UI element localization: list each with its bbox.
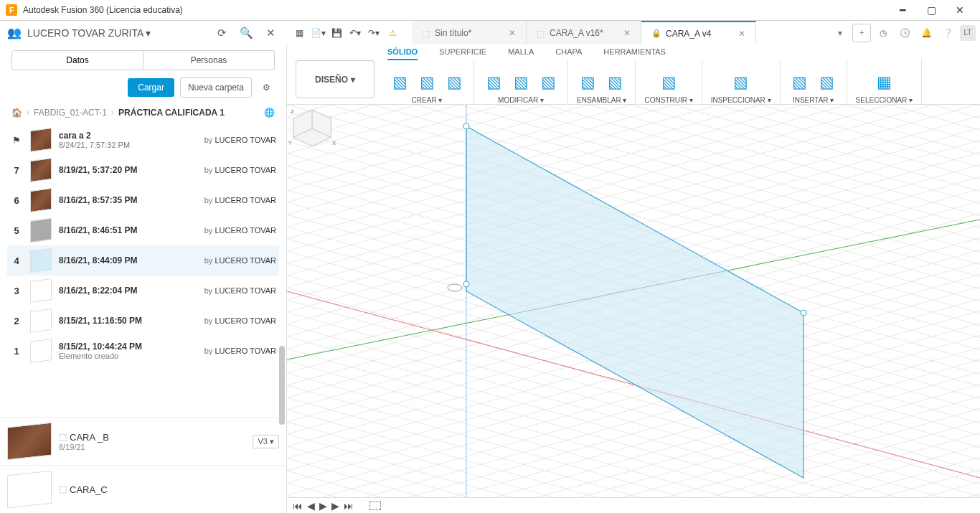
timeline-play-button[interactable]: ▶: [319, 500, 327, 512]
ribbon-command-icon[interactable]: ▧: [416, 72, 438, 93]
help-icon[interactable]: ❔: [938, 24, 957, 42]
ribbon-tab[interactable]: SÓLIDO: [387, 44, 418, 60]
version-item[interactable]: ⚑cara a 28/24/21, 7:57:32 PMby LUCERO TO…: [7, 125, 279, 155]
data-panel: Datos Personas Cargar Nueva carpeta ⚙ 🏠 …: [0, 44, 287, 513]
ribbon-group-label[interactable]: CREAR ▾: [412, 96, 443, 104]
window-titlebar: F Autodesk Fusion 360 (Licencia educativ…: [0, 0, 980, 20]
ribbon-command-icon[interactable]: ▦: [873, 72, 895, 93]
web-link-icon[interactable]: 🌐: [264, 108, 275, 118]
version-author: by LUCERO TOVAR: [204, 226, 276, 235]
breadcrumb-item[interactable]: FABDIG_01-ACT-1: [34, 108, 107, 118]
notifications-icon[interactable]: 🔔: [917, 24, 936, 42]
scrollbar-thumb[interactable]: [279, 346, 285, 425]
version-item[interactable]: 78/19/21, 5:37:20 PMby LUCERO TOVAR: [7, 155, 279, 185]
close-tab-icon[interactable]: ✕: [623, 28, 631, 38]
ribbon-tab[interactable]: SUPERFICIE: [439, 44, 486, 60]
ribbon-tab[interactable]: CHAPA: [555, 44, 582, 60]
ribbon-group-label[interactable]: INSERTAR ▾: [793, 96, 834, 104]
file-menu-button[interactable]: 📄▾: [310, 25, 326, 41]
version-item[interactable]: 18/15/21, 10:44:24 PMElemento creadoby L…: [7, 336, 279, 366]
new-tab-button[interactable]: ＋: [852, 24, 871, 42]
job-status-icon[interactable]: 🕓: [895, 24, 914, 42]
ribbon-command-icon[interactable]: ▧: [443, 72, 465, 93]
save-button[interactable]: 💾: [329, 25, 344, 41]
version-item[interactable]: 58/16/21, 8:46:51 PMby LUCERO TOVAR: [7, 215, 279, 245]
ribbon-command-icon[interactable]: ▧: [658, 72, 679, 93]
ribbon-group-label[interactable]: SELECCIONAR ▾: [856, 96, 913, 104]
tab-overflow-button[interactable]: ▾: [831, 24, 849, 42]
ribbon-tab[interactable]: HERRAMIENTAS: [603, 44, 666, 60]
app-logo-icon: F: [6, 4, 17, 16]
workspace-switcher[interactable]: DISEÑO ▾: [296, 60, 374, 98]
close-tab-icon[interactable]: ✕: [738, 29, 745, 39]
refresh-button[interactable]: ⟳: [212, 24, 231, 42]
version-thumbnail: [30, 278, 52, 303]
asset-name: ⬚CARA _B: [59, 432, 245, 443]
model-canvas[interactable]: Z X Y: [287, 105, 980, 497]
version-item[interactable]: 48/16/21, 8:44:09 PMby LUCERO TOVAR: [7, 245, 279, 276]
search-button[interactable]: 🔍: [237, 24, 255, 42]
ribbon-group: ▧INSPECCIONAR ▾: [702, 60, 781, 104]
ribbon-command-icon[interactable]: ▧: [605, 72, 626, 93]
new-folder-button[interactable]: Nueva carpeta: [180, 77, 252, 98]
version-item[interactable]: 38/16/21, 8:22:04 PMby LUCERO TOVAR: [7, 276, 279, 306]
apps-grid-icon[interactable]: ▦: [291, 25, 307, 41]
ribbon-group-label[interactable]: INSPECCIONAR ▾: [711, 96, 771, 104]
redo-button[interactable]: ↷▾: [366, 25, 382, 41]
asset-date: 8/19/21: [59, 443, 245, 451]
tab-people[interactable]: Personas: [143, 50, 275, 70]
close-panel-button[interactable]: ✕: [261, 24, 280, 42]
ribbon-toolbar: SÓLIDOSUPERFICIEMALLACHAPAHERRAMIENTAS D…: [287, 44, 980, 105]
ribbon-group: ▧▧▧MODIFICAR ▾: [474, 60, 568, 104]
asset-item[interactable]: ⬚CARA_C: [0, 465, 286, 513]
timeline-next-button[interactable]: ▶: [331, 500, 339, 512]
ribbon-tab[interactable]: MALLA: [508, 44, 534, 60]
asset-item[interactable]: ⬚CARA _B8/19/21V3 ▾: [0, 417, 286, 465]
timeline-sketch-icon[interactable]: [369, 502, 381, 510]
document-tab[interactable]: 🔒CARA_A v4✕: [641, 21, 756, 45]
version-item[interactable]: 28/15/21, 11:16:50 PMby LUCERO TOVAR: [7, 306, 279, 336]
ribbon-group-label[interactable]: MODIFICAR ▾: [498, 96, 544, 104]
document-tab[interactable]: ⬚CARA_A v16*✕: [527, 21, 641, 45]
window-minimize-button[interactable]: ━: [888, 0, 917, 20]
window-maximize-button[interactable]: ▢: [917, 0, 946, 20]
ribbon-command-icon[interactable]: ▧: [510, 72, 532, 93]
window-close-button[interactable]: ✕: [946, 0, 974, 20]
svg-text:Y: Y: [288, 140, 293, 146]
ribbon-group-label[interactable]: CONSTRUIR ▾: [644, 96, 692, 104]
ribbon-command-icon[interactable]: ▧: [537, 72, 559, 93]
ribbon-command-icon[interactable]: ▧: [389, 72, 410, 93]
ribbon-command-icon[interactable]: ▧: [789, 72, 811, 93]
home-icon[interactable]: 🏠: [11, 108, 22, 118]
user-avatar[interactable]: LT: [960, 25, 976, 41]
version-author: by LUCERO TOVAR: [204, 256, 276, 265]
version-selector[interactable]: V3 ▾: [253, 435, 279, 448]
breadcrumb: 🏠 › FABDIG_01-ACT-1 › PRÁCTICA CALIFICAD…: [0, 105, 286, 125]
cube-icon: ⬚: [537, 29, 545, 37]
extensions-icon[interactable]: ◷: [874, 24, 892, 42]
team-icon[interactable]: 👥: [7, 26, 22, 39]
undo-button[interactable]: ↶▾: [347, 25, 363, 41]
timeline-last-button[interactable]: ⏭: [344, 500, 354, 512]
ribbon-command-icon[interactable]: ▧: [730, 72, 752, 93]
viewcube[interactable]: Z X Y: [287, 105, 337, 155]
ribbon-group-label[interactable]: ENSAMBLAR ▾: [577, 96, 626, 104]
warning-icon[interactable]: ⚠: [385, 25, 400, 41]
settings-gear-icon[interactable]: ⚙: [258, 79, 275, 96]
version-title: 8/16/21, 8:22:04 PM: [59, 286, 197, 296]
ribbon-command-icon[interactable]: ▧: [816, 72, 838, 93]
version-title: 8/16/21, 8:44:09 PM: [59, 255, 197, 265]
team-name[interactable]: LUCERO TOVAR ZURITA ▾: [27, 27, 207, 39]
timeline-prev-button[interactable]: ◀: [307, 500, 315, 512]
close-tab-icon[interactable]: ✕: [509, 28, 516, 38]
timeline-first-button[interactable]: ⏮: [293, 500, 303, 512]
ribbon-command-icon[interactable]: ▧: [578, 72, 599, 93]
version-number: 6: [10, 195, 23, 206]
flag-icon: ⚑: [10, 135, 23, 146]
ribbon-command-icon[interactable]: ▧: [483, 72, 504, 93]
upload-button[interactable]: Cargar: [128, 78, 174, 97]
version-item[interactable]: 68/16/21, 8:57:35 PMby LUCERO TOVAR: [7, 185, 279, 215]
tab-data[interactable]: Datos: [11, 50, 143, 70]
document-tab[interactable]: ⬚Sin título*✕: [412, 21, 527, 45]
breadcrumb-item[interactable]: PRÁCTICA CALIFICADA 1: [118, 108, 225, 118]
